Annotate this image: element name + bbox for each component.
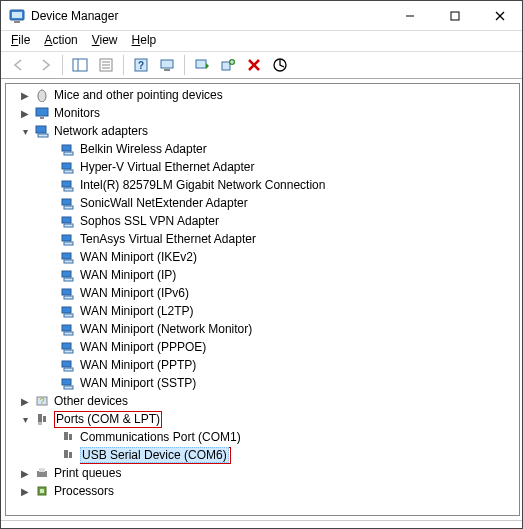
svg-rect-40 xyxy=(62,235,71,241)
svg-rect-26 xyxy=(36,108,48,116)
tree-label: Sophos SSL VPN Adapter xyxy=(80,214,219,228)
expand-icon[interactable]: ▶ xyxy=(18,394,32,408)
tree-node-processors[interactable]: ▶ Processors xyxy=(8,482,519,500)
tree-item[interactable]: WAN Miniport (SSTP) xyxy=(8,374,519,392)
forward-button[interactable] xyxy=(33,53,57,77)
nic-icon xyxy=(60,159,76,175)
tree-item[interactable]: Belkin Wireless Adapter xyxy=(8,140,519,158)
svg-rect-41 xyxy=(64,242,73,245)
tree-label: Intel(R) 82579LM Gigabit Network Connect… xyxy=(80,178,325,192)
show-hide-tree-button[interactable] xyxy=(68,53,92,77)
svg-rect-52 xyxy=(62,343,71,349)
svg-rect-54 xyxy=(62,361,71,367)
tree-label: WAN Miniport (IKEv2) xyxy=(80,250,197,264)
tree-item[interactable]: WAN Miniport (L2TP) xyxy=(8,302,519,320)
window-title: Device Manager xyxy=(31,9,387,23)
svg-rect-7 xyxy=(73,59,87,71)
tree-node-ports[interactable]: ▾ Ports (COM & LPT) xyxy=(8,410,519,428)
menu-file[interactable]: File xyxy=(11,33,30,47)
tree-label: WAN Miniport (SSTP) xyxy=(80,376,196,390)
nic-icon xyxy=(60,339,76,355)
uninstall-button[interactable] xyxy=(242,53,266,77)
port-icon xyxy=(60,447,76,463)
svg-rect-53 xyxy=(64,350,73,353)
tree-item-com1[interactable]: Communications Port (COM1) xyxy=(8,428,519,446)
menu-file-label: ile xyxy=(18,33,30,47)
properties-button[interactable] xyxy=(94,53,118,77)
expand-icon[interactable]: ▶ xyxy=(18,484,32,498)
tree-item[interactable]: WAN Miniport (PPTP) xyxy=(8,356,519,374)
svg-rect-42 xyxy=(62,253,71,259)
tree-node-monitors[interactable]: ▶ Monitors xyxy=(8,104,519,122)
tree-label: Communications Port (COM1) xyxy=(80,430,241,444)
menu-help[interactable]: Help xyxy=(132,33,157,47)
tree-node-network-adapters[interactable]: ▾ Network adapters xyxy=(8,122,519,140)
svg-rect-28 xyxy=(36,126,46,133)
menu-action[interactable]: Action xyxy=(44,33,77,47)
highlight-box: USB Serial Device (COM6) xyxy=(80,447,231,464)
tree-node-mice[interactable]: ▶ Mice and other pointing devices xyxy=(8,86,519,104)
mouse-icon xyxy=(34,87,50,103)
svg-rect-33 xyxy=(64,170,73,173)
close-button[interactable] xyxy=(477,1,522,30)
tree-item[interactable]: WAN Miniport (IP) xyxy=(8,266,519,284)
add-legacy-button[interactable] xyxy=(216,53,240,77)
svg-text:?: ? xyxy=(138,60,144,71)
nic-icon xyxy=(60,285,76,301)
svg-rect-39 xyxy=(64,224,73,227)
scan-hardware-button[interactable] xyxy=(155,53,179,77)
port-icon xyxy=(60,429,76,445)
tree-label: WAN Miniport (PPPOE) xyxy=(80,340,206,354)
nic-icon xyxy=(60,249,76,265)
tree-item[interactable]: WAN Miniport (Network Monitor) xyxy=(8,320,519,338)
svg-rect-31 xyxy=(64,152,73,155)
nic-icon xyxy=(60,231,76,247)
disable-button[interactable] xyxy=(268,53,292,77)
expand-icon[interactable]: ▶ xyxy=(18,88,32,102)
back-button[interactable] xyxy=(7,53,31,77)
svg-rect-60 xyxy=(38,414,42,422)
tree-item[interactable]: TenAsys Virtual Ethernet Adapter xyxy=(8,230,519,248)
svg-rect-61 xyxy=(43,416,46,422)
svg-rect-67 xyxy=(69,452,72,458)
tree-label: Mice and other pointing devices xyxy=(54,88,223,102)
tree-item[interactable]: WAN Miniport (IKEv2) xyxy=(8,248,519,266)
expand-icon[interactable]: ▶ xyxy=(18,466,32,480)
expand-icon[interactable]: ▶ xyxy=(18,106,32,120)
tree-item[interactable]: Hyper-V Virtual Ethernet Adapter xyxy=(8,158,519,176)
nic-icon xyxy=(60,177,76,193)
svg-rect-55 xyxy=(64,368,73,371)
minimize-button[interactable] xyxy=(387,1,432,30)
tree-item[interactable]: SonicWall NetExtender Adapter xyxy=(8,194,519,212)
tree-label: USB Serial Device (COM6) xyxy=(80,447,229,463)
maximize-button[interactable] xyxy=(432,1,477,30)
tree-label: TenAsys Virtual Ethernet Adapter xyxy=(80,232,256,246)
svg-rect-50 xyxy=(62,325,71,331)
tree-label: Monitors xyxy=(54,106,100,120)
tree-node-print-queues[interactable]: ▶ Print queues xyxy=(8,464,519,482)
svg-rect-1 xyxy=(12,12,22,18)
tree-item[interactable]: Intel(R) 82579LM Gigabit Network Connect… xyxy=(8,176,519,194)
device-tree[interactable]: ▶ Mice and other pointing devices ▶ Moni… xyxy=(5,83,520,516)
tree-node-other-devices[interactable]: ▶ ? Other devices xyxy=(8,392,519,410)
tree-item[interactable]: WAN Miniport (PPPOE) xyxy=(8,338,519,356)
menu-view[interactable]: View xyxy=(92,33,118,47)
tree-label: Hyper-V Virtual Ethernet Adapter xyxy=(80,160,255,174)
nic-icon xyxy=(60,321,76,337)
menu-view-label: iew xyxy=(100,33,118,47)
update-driver-button[interactable] xyxy=(190,53,214,77)
tree-label: Other devices xyxy=(54,394,128,408)
tree-item-usb-serial[interactable]: USB Serial Device (COM6) xyxy=(8,446,519,464)
svg-rect-35 xyxy=(64,188,73,191)
collapse-icon[interactable]: ▾ xyxy=(18,124,32,138)
nic-icon xyxy=(60,267,76,283)
help-button[interactable]: ? xyxy=(129,53,153,77)
tree-item[interactable]: WAN Miniport (IPv6) xyxy=(8,284,519,302)
nic-icon xyxy=(60,213,76,229)
nic-icon xyxy=(60,303,76,319)
collapse-icon[interactable]: ▾ xyxy=(18,412,32,426)
svg-rect-36 xyxy=(62,199,71,205)
tree-label: WAN Miniport (Network Monitor) xyxy=(80,322,252,336)
svg-rect-44 xyxy=(62,271,71,277)
tree-item[interactable]: Sophos SSL VPN Adapter xyxy=(8,212,519,230)
